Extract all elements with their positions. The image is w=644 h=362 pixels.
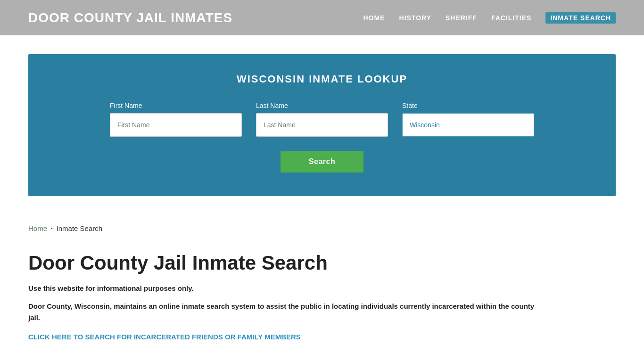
first-name-label: First Name bbox=[110, 102, 242, 109]
nav-history[interactable]: HISTORY bbox=[399, 14, 431, 22]
search-button[interactable]: Search bbox=[281, 151, 363, 173]
nav-home[interactable]: HOME bbox=[363, 14, 385, 22]
last-name-group: Last Name bbox=[256, 102, 388, 137]
first-name-group: First Name bbox=[110, 102, 242, 137]
breadcrumb-separator: • bbox=[51, 226, 53, 231]
state-input[interactable] bbox=[402, 113, 534, 137]
header: DOOR COUNTY JAIL INMATES HOME HISTORY SH… bbox=[0, 0, 644, 35]
search-section: WISCONSIN INMATE LOOKUP First Name Last … bbox=[28, 54, 616, 196]
last-name-label: Last Name bbox=[256, 102, 388, 109]
click-here-link[interactable]: CLICK HERE to Search for Incarcerated Fr… bbox=[28, 333, 301, 341]
breadcrumb-home-link[interactable]: Home bbox=[28, 224, 47, 232]
page-title: Door County Jail Inmate Search bbox=[28, 251, 616, 275]
form-fields: First Name Last Name State bbox=[57, 102, 587, 137]
nav-inmate-search[interactable]: INMATE SEARCH bbox=[545, 12, 616, 24]
nav-facilities[interactable]: FACILITIES bbox=[491, 14, 531, 22]
main-nav: HOME HISTORY SHERIFF FACILITIES INMATE S… bbox=[363, 12, 616, 24]
info-bold-text: Use this website for informational purpo… bbox=[28, 284, 616, 292]
last-name-input[interactable] bbox=[256, 113, 388, 137]
site-title: DOOR COUNTY JAIL INMATES bbox=[28, 10, 232, 25]
search-section-title: WISCONSIN INMATE LOOKUP bbox=[57, 73, 587, 85]
search-form: First Name Last Name State Search bbox=[57, 102, 587, 173]
state-group: State bbox=[402, 102, 534, 137]
breadcrumb-current: Inmate Search bbox=[57, 224, 103, 232]
first-name-input[interactable] bbox=[110, 113, 242, 137]
main-content: Door County Jail Inmate Search Use this … bbox=[0, 242, 644, 360]
nav-sheriff[interactable]: SHERIFF bbox=[446, 14, 477, 22]
state-label: State bbox=[402, 102, 534, 109]
info-text: Door County, Wisconsin, maintains an onl… bbox=[28, 301, 547, 323]
breadcrumb: Home • Inmate Search bbox=[0, 215, 644, 242]
